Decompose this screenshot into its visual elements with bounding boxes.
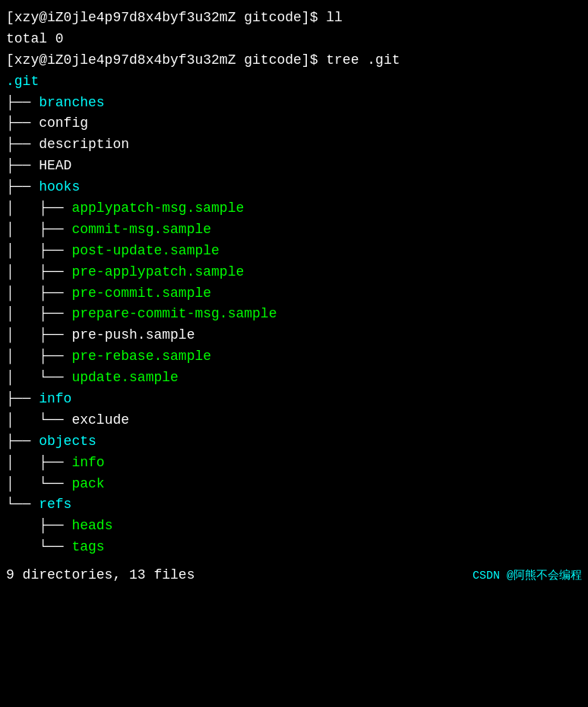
tree-item-branches: ├── branches: [6, 93, 582, 114]
tree-label: HEAD: [39, 156, 71, 177]
tree-connector: │ ├──: [6, 346, 71, 368]
tree-connector: │ └──: [6, 474, 71, 495]
tree-label: hooks: [39, 177, 80, 198]
tree-item-pre-applypatch: │ ├── pre-applypatch.sample: [6, 262, 582, 283]
tree-connector: │ ├──: [6, 304, 71, 325]
tree-label: info: [39, 389, 71, 410]
terminal: [xzy@iZ0jle4p97d8x4byf3u32mZ gitcode]$ l…: [6, 8, 582, 707]
total-line: total 0: [6, 29, 582, 50]
tree-connector: ├──: [6, 156, 39, 177]
tree-label: objects: [39, 431, 96, 453]
tree-label: prepare-commit-msg.sample: [71, 304, 277, 325]
tree-label: update.sample: [71, 368, 178, 389]
tree-item-post-update: │ ├── post-update.sample: [6, 241, 582, 262]
tree-root: .git: [6, 71, 582, 93]
tree-label: refs: [39, 494, 71, 516]
tree-item-applypatch-msg: │ ├── applypatch-msg.sample: [6, 198, 582, 219]
total-text: total 0: [6, 29, 64, 50]
tree-item-pre-rebase: │ ├── pre-rebase.sample: [6, 346, 582, 368]
cmd2-text: [xzy@iZ0jle4p97d8x4byf3u32mZ gitcode]$ t…: [6, 50, 400, 71]
tree-connector: ├──: [6, 93, 39, 114]
tree-item-HEAD: ├── HEAD: [6, 156, 582, 177]
tree-connector: │ ├──: [6, 283, 71, 305]
footer: 9 directories, 13 files CSDN @阿熊不会编程: [6, 567, 582, 582]
tree-label: description: [39, 134, 129, 156]
tree-connector: │ ├──: [6, 198, 71, 219]
tree-label: pre-applypatch.sample: [71, 262, 244, 283]
tree-item-refs: └── refs: [6, 494, 582, 516]
tree-label: info: [71, 453, 104, 474]
watermark: CSDN @阿熊不会编程: [473, 568, 582, 582]
tree-item-pre-commit: │ ├── pre-commit.sample: [6, 283, 582, 305]
cmd1-text: [xzy@iZ0jle4p97d8x4byf3u32mZ gitcode]$ l…: [6, 8, 343, 29]
tree-item-tags: └── tags: [6, 537, 582, 558]
tree-label: pre-rebase.sample: [71, 346, 211, 368]
tree-item-info: ├── info: [6, 389, 582, 410]
tree-label: exclude: [71, 410, 129, 431]
tree-connector: │ ├──: [6, 219, 71, 241]
tree-connector: │ ├──: [6, 325, 71, 346]
tree-connector: │ └──: [6, 410, 71, 431]
tree-connector: │ ├──: [6, 241, 71, 262]
tree-connector: └──: [6, 537, 71, 558]
tree-label: commit-msg.sample: [71, 219, 211, 241]
tree-item-commit-msg: │ ├── commit-msg.sample: [6, 219, 582, 241]
tree-item-description: ├── description: [6, 134, 582, 156]
tree-item-objects-info: │ ├── info: [6, 453, 582, 474]
tree-label: pack: [71, 474, 104, 495]
summary-line: 9 directories, 13 files CSDN @阿熊不会编程: [6, 567, 582, 582]
tree-connector: │ ├──: [6, 453, 71, 474]
tree-connector: ├──: [6, 516, 71, 537]
tree-label: branches: [39, 93, 104, 114]
tree-label: tags: [71, 537, 104, 558]
tree-connector: │ └──: [6, 368, 71, 389]
tree-item-exclude: │ └── exclude: [6, 410, 582, 431]
tree-label: pre-push.sample: [71, 325, 194, 346]
tree-item-pack: │ └── pack: [6, 474, 582, 495]
tree-connector: ├──: [6, 177, 39, 198]
tree-root-label: .git: [6, 71, 39, 93]
tree-item-hooks: ├── hooks: [6, 177, 582, 198]
tree-label: applypatch-msg.sample: [71, 198, 244, 219]
tree-item-prepare-commit-msg: │ ├── prepare-commit-msg.sample: [6, 304, 582, 325]
tree-connector: ├──: [6, 389, 39, 410]
tree-label: heads: [71, 516, 112, 537]
tree-item-update: │ └── update.sample: [6, 368, 582, 389]
tree-item-config: ├── config: [6, 113, 582, 134]
tree-connector: ├──: [6, 431, 39, 453]
command-line-1: [xzy@iZ0jle4p97d8x4byf3u32mZ gitcode]$ l…: [6, 8, 582, 29]
summary-text: 9 directories, 13 files: [6, 567, 194, 582]
tree-connector: └──: [6, 494, 39, 516]
tree-item-objects: ├── objects: [6, 431, 582, 453]
tree-container: ├── branches├── config├── description├──…: [6, 93, 582, 559]
tree-item-pre-push: │ ├── pre-push.sample: [6, 325, 582, 346]
tree-item-heads: ├── heads: [6, 516, 582, 537]
command-line-2: [xzy@iZ0jle4p97d8x4byf3u32mZ gitcode]$ t…: [6, 50, 582, 71]
tree-connector: ├──: [6, 134, 39, 156]
tree-connector: │ ├──: [6, 262, 71, 283]
tree-label: config: [39, 113, 88, 134]
tree-label: pre-commit.sample: [71, 283, 211, 305]
tree-label: post-update.sample: [71, 241, 219, 262]
tree-connector: ├──: [6, 113, 39, 134]
